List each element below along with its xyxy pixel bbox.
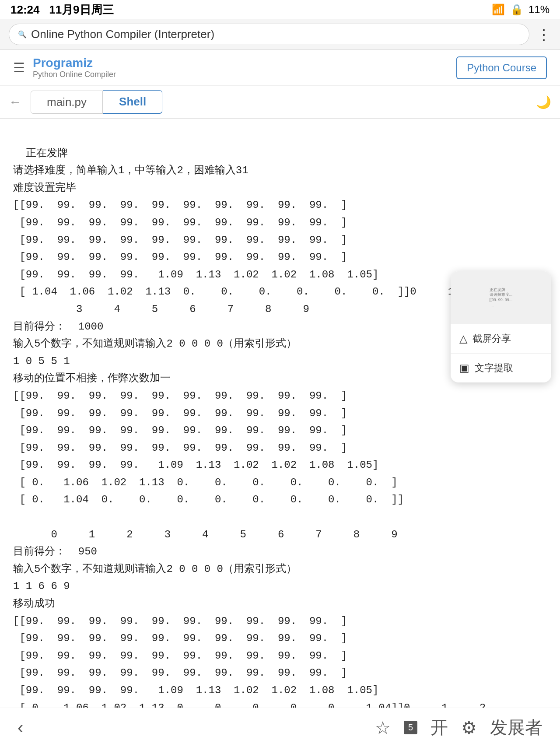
nav-right-group: ☆ 5 开 ⚙ 发展者	[375, 715, 542, 740]
status-bar: 12:24 11月9日周三 📶 🔒 11%	[0, 0, 560, 19]
float-panel-preview: 正在发牌 请选择难度... [[99. 99. 99... ...	[451, 271, 551, 324]
float-panel: 正在发牌 请选择难度... [[99. 99. 99... ... △ 截屏分享…	[451, 271, 551, 382]
text-extract-label: 文字提取	[475, 361, 513, 375]
dark-mode-icon[interactable]: 🌙	[536, 95, 551, 109]
status-date: 11月9日周三	[49, 3, 113, 16]
tab-main-py[interactable]: main.py	[31, 91, 103, 114]
status-time: 12:24	[10, 3, 40, 16]
programiz-header: ☰ Programiz Python Online Compiler Pytho…	[0, 50, 560, 86]
browser-more-icon[interactable]: ⋮	[536, 26, 551, 43]
programiz-logo: Programiz Python Online Compiler	[33, 56, 116, 79]
screenshot-icon: △	[459, 333, 467, 345]
header-left: ☰ Programiz Python Online Compiler	[13, 56, 116, 79]
browser-bar: 🔍 Online Python Compiler (Interpreter) ⋮	[0, 19, 560, 50]
tab-shell[interactable]: Shell	[103, 90, 162, 114]
nav-developer-label[interactable]: 发展者	[490, 715, 542, 740]
nav-star-icon[interactable]: ☆	[375, 718, 391, 738]
logo-subtitle: Python Online Compiler	[33, 70, 116, 79]
nav-badge: 5	[404, 721, 417, 734]
lock-icon: 🔒	[510, 4, 523, 16]
float-panel-preview-text: 正在发牌 请选择难度... [[99. 99. 99... ...	[490, 288, 513, 308]
logo-name: Programiz	[33, 56, 116, 70]
nav-open-label[interactable]: 开	[430, 715, 448, 740]
python-course-button[interactable]: Python Course	[456, 56, 547, 79]
text-extract-item[interactable]: ▣ 文字提取	[451, 353, 551, 382]
shell-content: 正在发牌 请选择难度，简单输入1，中等输入2，困难输入31 难度设置完毕 [[9…	[13, 147, 486, 731]
wifi-icon: 📶	[492, 4, 505, 16]
nav-developer-icon: ⚙	[461, 718, 477, 738]
text-extract-icon: ▣	[459, 362, 469, 374]
screenshot-share-item[interactable]: △ 截屏分享	[451, 324, 551, 353]
battery-text: 11%	[528, 4, 550, 16]
browser-search-bar[interactable]: 🔍 Online Python Compiler (Interpreter)	[9, 24, 529, 45]
status-icons: 📶 🔒 11%	[492, 4, 550, 16]
browser-url: Online Python Compiler (Interpreter)	[31, 28, 214, 41]
tab-back-button[interactable]: ←	[9, 95, 22, 109]
hamburger-icon[interactable]: ☰	[13, 60, 25, 75]
nav-back-button[interactable]: ‹	[18, 718, 23, 737]
search-icon: 🔍	[18, 30, 27, 39]
bottom-nav: ‹ ☆ 5 开 ⚙ 发展者	[0, 708, 560, 747]
screenshot-label: 截屏分享	[472, 332, 511, 345]
shell-output-area: 正在发牌 请选择难度，简单输入1，中等输入2，困难输入31 难度设置完毕 [[9…	[0, 119, 560, 743]
status-time-date: 12:24 11月9日周三	[10, 2, 114, 18]
tab-bar: ← main.py Shell 🌙	[0, 86, 560, 119]
